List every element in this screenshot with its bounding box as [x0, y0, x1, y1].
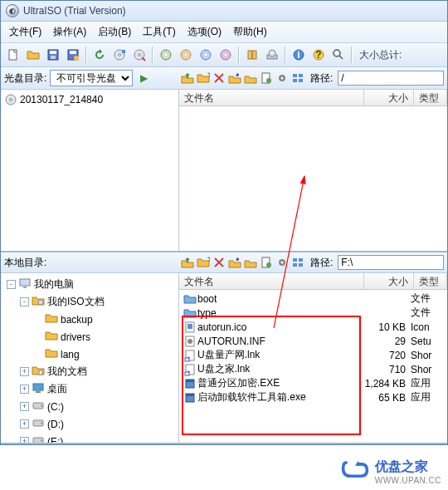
- new-folder-icon[interactable]: ★: [196, 71, 211, 86]
- tree-node[interactable]: +(D:): [2, 415, 177, 433]
- props-icon[interactable]: [259, 71, 274, 86]
- disc-path-input[interactable]: [338, 71, 444, 86]
- disc-root-node[interactable]: 20130117_214840: [2, 92, 177, 107]
- file-row[interactable]: U盘之家.lnk710Shor: [179, 362, 447, 376]
- col-name[interactable]: 文件名: [179, 90, 364, 105]
- menu-action[interactable]: 操作(A): [48, 23, 91, 41]
- col-type[interactable]: 类型: [414, 90, 447, 105]
- menu-file[interactable]: 文件(F): [4, 23, 46, 41]
- tree-node[interactable]: lang: [2, 345, 177, 363]
- save-as-icon[interactable]: [64, 46, 82, 64]
- disc-file-list[interactable]: [179, 106, 447, 251]
- tree-node[interactable]: +我的文档: [2, 363, 177, 380]
- tree-node[interactable]: -我的ISO文档: [2, 293, 177, 311]
- svg-point-50: [38, 300, 43, 305]
- local-path-label: 路径:: [310, 256, 333, 270]
- main-toolbar: i ? 大小总计:: [1, 43, 447, 67]
- col-name[interactable]: 文件名: [179, 273, 364, 289]
- extract-icon[interactable]: [227, 255, 242, 270]
- svg-rect-69: [185, 358, 189, 361]
- disc2-icon[interactable]: [177, 46, 195, 64]
- tree-node[interactable]: +桌面: [2, 380, 177, 398]
- col-size[interactable]: 大小: [364, 90, 414, 105]
- tree-label: 桌面: [47, 382, 67, 396]
- disc-subbar: 光盘目录: 不可引导光盘 ▶ ★ 路径:: [1, 67, 447, 90]
- folder-blue-icon: [183, 306, 197, 320]
- save-icon[interactable]: [44, 46, 62, 64]
- svg-point-59: [41, 440, 42, 442]
- file-type: 文件: [411, 306, 444, 320]
- extract-icon[interactable]: [227, 71, 242, 86]
- find-icon[interactable]: [329, 46, 348, 64]
- watermark-text-cn: 优盘之家: [375, 458, 441, 476]
- props-icon[interactable]: [259, 255, 274, 270]
- tree-label: 我的ISO文档: [47, 295, 105, 309]
- drive-icon: [32, 434, 45, 443]
- col-size[interactable]: 大小: [364, 273, 414, 289]
- disc3-icon[interactable]: [197, 46, 215, 64]
- boot-next-icon[interactable]: ▶: [136, 71, 151, 86]
- file-name: 普通分区加密.EXE: [197, 376, 356, 390]
- svg-rect-73: [186, 380, 194, 382]
- up-icon[interactable]: [180, 71, 195, 86]
- file-row[interactable]: 启动卸载软件工具箱.exe65 KB应用: [179, 390, 447, 404]
- disc-mini-toolbar: ★: [180, 71, 305, 86]
- tree-node[interactable]: +(E:): [2, 433, 177, 443]
- svg-point-55: [41, 405, 42, 407]
- svg-point-17: [205, 54, 207, 56]
- file-row[interactable]: autorun.ico10 KBIcon: [179, 320, 447, 334]
- file-row[interactable]: type文件: [179, 306, 447, 320]
- delete-icon[interactable]: [212, 255, 226, 270]
- compress-icon[interactable]: [243, 46, 261, 64]
- mount-icon[interactable]: [263, 46, 281, 64]
- svg-point-38: [10, 99, 12, 101]
- disc1-icon[interactable]: [157, 46, 175, 64]
- view-icon[interactable]: [290, 255, 305, 270]
- disc-dir-label: 光盘目录:: [4, 71, 46, 86]
- expander-icon[interactable]: +: [20, 419, 29, 429]
- tree-node[interactable]: -我的电脑: [2, 276, 177, 293]
- delete-icon[interactable]: [212, 71, 226, 86]
- col-type[interactable]: 类型: [414, 273, 447, 289]
- new-icon[interactable]: [4, 46, 22, 64]
- menu-options[interactable]: 选项(O): [183, 23, 226, 41]
- expander-icon[interactable]: -: [7, 280, 16, 289]
- tree-node[interactable]: backup: [2, 311, 177, 328]
- add-icon[interactable]: [243, 255, 258, 270]
- menu-boot[interactable]: 启动(B): [93, 23, 136, 41]
- cd-write-icon[interactable]: [130, 46, 149, 64]
- expander-icon[interactable]: +: [20, 385, 29, 394]
- svg-rect-2: [50, 51, 56, 54]
- menu-help[interactable]: 帮助(H): [228, 23, 272, 41]
- gear-icon[interactable]: [275, 255, 290, 270]
- expander-icon[interactable]: +: [20, 367, 29, 376]
- file-row[interactable]: 普通分区加密.EXE1,284 KB应用: [179, 376, 447, 390]
- file-name: boot: [197, 293, 356, 305]
- expander-icon[interactable]: +: [20, 437, 29, 443]
- add-icon[interactable]: [243, 71, 258, 86]
- expander-icon[interactable]: +: [20, 402, 29, 411]
- tree-node[interactable]: +(C:): [2, 398, 177, 415]
- refresh-icon[interactable]: [90, 46, 109, 64]
- help-icon[interactable]: ?: [309, 46, 328, 64]
- expander-icon[interactable]: -: [20, 297, 29, 306]
- drive-icon: [32, 416, 45, 432]
- new-folder-icon[interactable]: ★: [196, 255, 211, 270]
- disc4-icon[interactable]: [217, 46, 235, 64]
- up-icon[interactable]: [180, 255, 195, 270]
- cd-add-icon[interactable]: [110, 46, 129, 64]
- tree-label: 我的电脑: [34, 277, 74, 292]
- menu-tools[interactable]: 工具(T): [138, 23, 180, 41]
- file-row[interactable]: boot文件: [179, 292, 447, 306]
- local-path-input[interactable]: [338, 255, 444, 270]
- toolbar-sep: [152, 47, 153, 63]
- boot-type-select[interactable]: 不可引导光盘: [50, 70, 133, 86]
- info-icon[interactable]: i: [290, 46, 308, 64]
- file-row[interactable]: AUTORUN.INF29Setu: [179, 334, 447, 348]
- gear-icon[interactable]: [275, 71, 290, 86]
- tree-node[interactable]: drivers: [2, 328, 177, 345]
- open-icon[interactable]: [24, 46, 42, 64]
- view-icon[interactable]: [290, 71, 305, 86]
- file-row[interactable]: U盘量产网.lnk720Shor: [179, 348, 447, 362]
- local-file-list[interactable]: boot文件type文件autorun.ico10 KBIconAUTORUN.…: [179, 290, 447, 443]
